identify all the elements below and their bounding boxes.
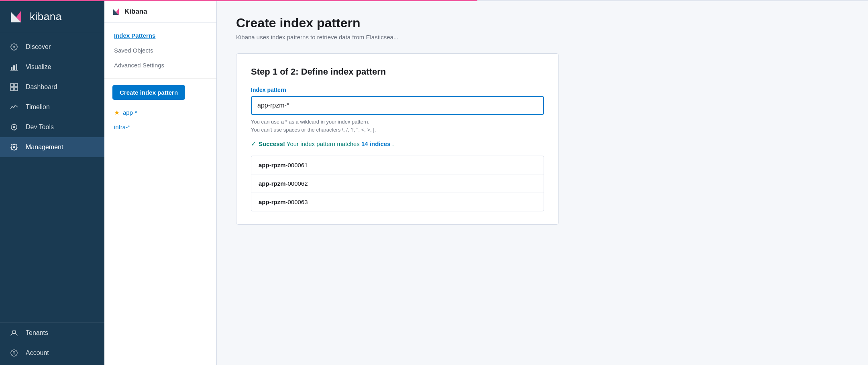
second-panel-header: Kibana (104, 1, 216, 22)
svg-point-22 (13, 146, 15, 148)
svg-rect-13 (10, 83, 14, 87)
sidebar-item-label: Dev Tools (26, 124, 54, 131)
progress-bar (0, 0, 868, 1)
svg-rect-10 (13, 65, 15, 70)
sidebar-logo-text: kibana (30, 10, 62, 23)
sidebar-item-timelion[interactable]: Timelion (0, 97, 104, 117)
sidebar-nav: Discover Visualize (0, 32, 104, 322)
index-pattern-label: Index pattern (251, 87, 544, 93)
timelion-icon (10, 103, 18, 112)
svg-line-30 (11, 149, 12, 150)
success-message: ✓ Success! Your index pattern matches 14… (251, 140, 544, 148)
sidebar-item-discover[interactable]: Discover (0, 37, 104, 57)
index-row-light-2: 000062 (288, 180, 308, 187)
management-icon (10, 143, 18, 152)
sidebar-bottom: Tenants i Account (0, 322, 104, 365)
sidebar-item-account[interactable]: i Account (0, 343, 104, 363)
nav-item-saved-objects[interactable]: Saved Objects (112, 44, 208, 57)
index-row-bold-1: app-rpzm- (259, 162, 288, 168)
devtools-icon (10, 123, 18, 132)
kibana-small-logo-icon (112, 8, 120, 16)
svg-line-27 (11, 144, 12, 146)
visualize-icon (10, 63, 18, 71)
sidebar-item-label: Timelion (26, 103, 50, 111)
index-row-bold-3: app-rpzm- (259, 199, 288, 205)
index-row-1: app-rpzm-000061 (251, 156, 544, 174)
success-label: Success! (259, 140, 285, 147)
svg-rect-15 (10, 87, 14, 91)
sidebar-item-label: Account (26, 349, 49, 357)
indices-list: app-rpzm-000061 app-rpzm-000062 app-rpzm… (251, 156, 544, 211)
sidebar-item-visualize[interactable]: Visualize (0, 57, 104, 77)
index-list-header: Create index pattern (112, 85, 208, 100)
discover-icon (10, 43, 18, 51)
sidebar-item-management[interactable]: Management (0, 137, 104, 157)
star-icon: ★ (114, 109, 120, 116)
input-hint: You can use a * as a wildcard in your in… (251, 118, 544, 134)
main-content: Create index pattern Kibana uses index p… (217, 1, 868, 365)
index-list-area: Create index pattern ★ app-* infra-* (104, 78, 216, 140)
index-row-bold-2: app-rpzm- (259, 180, 288, 187)
svg-text:i: i (14, 351, 15, 355)
sidebar-item-label: Management (26, 144, 63, 151)
svg-point-31 (12, 330, 16, 333)
sidebar-logo: kibana (0, 1, 104, 32)
index-row-2: app-rpzm-000062 (251, 174, 544, 193)
sidebar-item-devtools[interactable]: Dev Tools (0, 117, 104, 137)
sidebar-item-label: Dashboard (26, 83, 57, 91)
account-icon: i (10, 349, 18, 357)
card-title: Step 1 of 2: Define index pattern (251, 67, 544, 77)
index-entry-infra[interactable]: infra-* (112, 120, 208, 134)
index-row-light-1: 000061 (288, 162, 308, 168)
sidebar-item-label: Discover (26, 43, 51, 51)
index-row-3: app-rpzm-000063 (251, 193, 544, 211)
index-entry-label: infra-* (114, 124, 130, 130)
index-row-light-3: 000063 (288, 199, 308, 205)
page-subtitle: Kibana uses index patterns to retrieve d… (236, 34, 559, 41)
second-panel: Kibana Index Patterns Saved Objects Adva… (104, 1, 217, 365)
sidebar-item-label: Tenants (26, 329, 48, 337)
second-panel-nav: Index Patterns Saved Objects Advanced Se… (104, 22, 216, 78)
sidebar-item-dashboard[interactable]: Dashboard (0, 77, 104, 97)
second-panel-title: Kibana (124, 8, 147, 16)
index-pattern-input[interactable] (251, 96, 544, 115)
kibana-logo-icon (10, 9, 24, 24)
check-icon: ✓ (251, 140, 256, 148)
svg-rect-9 (11, 67, 12, 70)
success-count: 14 indices (361, 140, 391, 147)
sidebar-item-label: Visualize (26, 63, 51, 71)
dashboard-icon (10, 83, 18, 91)
page-title: Create index pattern (236, 16, 559, 30)
svg-rect-16 (14, 87, 18, 91)
sidebar-item-tenants[interactable]: Tenants (0, 323, 104, 343)
success-suffix: . (392, 140, 394, 147)
index-entry-label: app-* (123, 109, 137, 116)
sidebar: kibana Discover (0, 1, 104, 365)
svg-rect-11 (16, 64, 17, 70)
svg-rect-14 (14, 83, 18, 87)
tenants-icon (10, 328, 18, 337)
svg-point-18 (13, 126, 15, 128)
create-index-pattern-button[interactable]: Create index pattern (112, 85, 185, 100)
nav-item-index-patterns[interactable]: Index Patterns (112, 29, 208, 42)
index-entry-app-star[interactable]: ★ app-* (112, 105, 208, 120)
svg-line-28 (16, 149, 17, 150)
svg-line-29 (16, 144, 17, 146)
svg-point-4 (13, 46, 15, 48)
nav-item-advanced-settings[interactable]: Advanced Settings (112, 59, 208, 72)
create-index-card: Step 1 of 2: Define index pattern Index … (236, 53, 559, 225)
success-middle-text: Your index pattern matches (287, 140, 361, 147)
